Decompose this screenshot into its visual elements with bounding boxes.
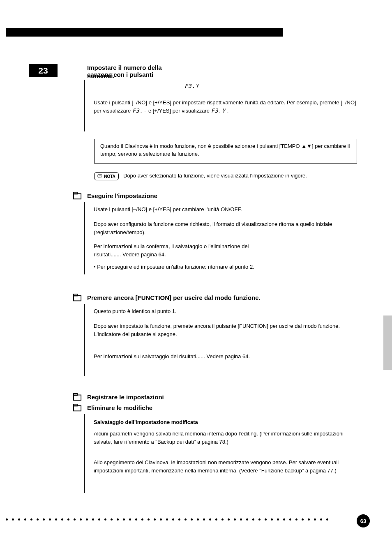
sec1-p2a: Usate i pulsanti [–/NO] e [+/YES] per im…	[94, 99, 243, 106]
sec2-p3: Per informazioni sulla conferma, il salv…	[94, 242, 357, 259]
svg-rect-5	[74, 296, 81, 301]
sec1-para2: Usate i pulsanti [–/NO] e [+/YES] per im…	[94, 99, 357, 115]
sec2-p2: Dopo aver configurato la funzione come r…	[94, 220, 357, 237]
sec3-p2: Dopo aver impostato la funzione, premete…	[94, 322, 357, 339]
sec4-heading-a: Registrare le impostazioni	[87, 394, 164, 401]
svg-rect-4	[74, 192, 77, 194]
nota-label: NOTA	[104, 174, 115, 179]
sec2-p4: • Per proseguire ed impostare un'altra f…	[94, 263, 357, 271]
sec4-p3: Allo spegnimento del Clavinova, le impos…	[94, 458, 357, 475]
side-tab	[383, 315, 392, 370]
section-icon-4b	[72, 403, 82, 412]
page-number-circle: 63	[357, 514, 370, 527]
callout-text: Quando il Clavinova è in modo funzione, …	[100, 143, 350, 157]
sec1-p2end: per visualizzare	[173, 108, 211, 114]
sec3-p3: Per informazioni sul salvataggio dei ris…	[94, 352, 357, 361]
svg-rect-7	[74, 395, 81, 401]
svg-rect-8	[74, 394, 77, 396]
section-rule	[184, 77, 357, 77]
sec4-p2: Alcuni parametri vengono salvati nella m…	[94, 430, 357, 446]
sec4-p1: Salvataggio dell'impostazione modificata	[94, 418, 357, 426]
sec1-code-a: F3.-	[132, 108, 147, 114]
svg-rect-6	[74, 294, 77, 296]
section-icon-2	[72, 191, 82, 200]
sec1-p2mid: e [+/YES]	[148, 108, 173, 114]
header-black-bar	[6, 28, 283, 37]
svg-rect-9	[74, 406, 81, 411]
flow-line-2	[84, 202, 85, 274]
sec3-p1: Questo punto è identico al punto 1.	[94, 307, 357, 315]
flow-line-3	[84, 304, 85, 376]
svg-rect-0	[98, 175, 102, 177]
section-icon-3	[72, 293, 82, 302]
nota-text: Dopo aver selezionato la funzione, viene…	[123, 172, 357, 180]
flow-line-1	[84, 80, 85, 131]
sec2-p3b: risultati....... Vedere pagina 64.	[94, 251, 166, 258]
sec1-p2tail: .	[227, 108, 229, 114]
sec1-code-b: F3.Y	[211, 108, 226, 114]
sec2-p1: Usate i pulsanti [–/NO] e [+/YES] per ca…	[94, 205, 357, 214]
sec2-heading: Eseguire l'impostazione	[87, 192, 157, 199]
section-icon-4a	[72, 393, 82, 402]
step-number: 23	[38, 66, 48, 76]
footer-dots	[6, 518, 328, 521]
step-number-badge: 23	[29, 64, 58, 77]
svg-rect-10	[74, 404, 77, 406]
sec2-p3a: Per informazioni sulla conferma, il salv…	[94, 243, 249, 249]
page-number: 63	[360, 518, 366, 524]
nota-badge: NOTA	[94, 172, 119, 180]
sec1-code-top: F3.Y	[184, 82, 199, 90]
sec1-heading-line2a: numerici.	[87, 72, 115, 79]
callout-box: Quando il Clavinova è in modo funzione, …	[94, 139, 357, 164]
svg-rect-3	[74, 194, 81, 199]
flow-line-4	[84, 414, 85, 493]
speech-bubble-icon	[97, 174, 102, 179]
sec3-heading: Premere ancora [FUNCTION] per uscire dal…	[87, 294, 354, 301]
sec4-heading-b: Eliminare le modifiche	[87, 404, 152, 411]
